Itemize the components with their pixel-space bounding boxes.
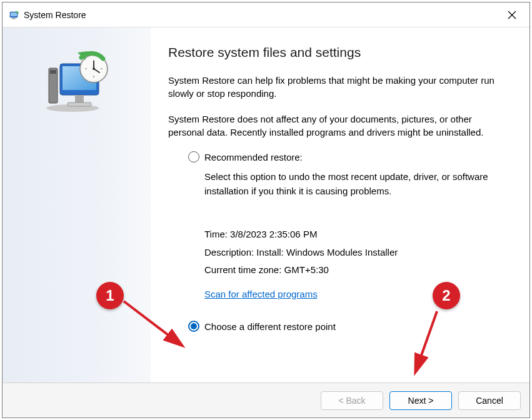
window-title: System Restore: [24, 10, 86, 20]
restore-description: Description: Install: Windows Modules In…: [204, 244, 498, 262]
restore-time: Time: 3/8/2023 2:35:06 PM: [204, 226, 498, 244]
scan-affected-link[interactable]: Scan for affected programs: [204, 286, 318, 304]
svg-rect-11: [75, 95, 84, 102]
dialog-footer: < Back Next > Cancel: [3, 382, 529, 418]
radio-selected-icon: [188, 321, 199, 332]
choose-different-option[interactable]: Choose a different restore point: [188, 321, 498, 332]
dialog-body: Restore system files and settings System…: [3, 28, 529, 382]
title-left: System Restore: [9, 9, 86, 21]
system-restore-icon: [9, 9, 20, 21]
page-heading: Restore system files and settings: [168, 45, 498, 60]
intro-paragraph-2: System Restore does not affect any of yo…: [168, 112, 498, 139]
svg-point-21: [93, 68, 95, 70]
recommended-restore-label: Recommended restore:: [204, 152, 303, 162]
next-button[interactable]: Next >: [389, 391, 452, 410]
cancel-button[interactable]: Cancel: [458, 391, 521, 410]
svg-rect-1: [11, 12, 17, 16]
titlebar: System Restore: [3, 2, 529, 28]
sidebar: [3, 28, 151, 382]
close-button[interactable]: [499, 5, 524, 25]
content-area: Restore system files and settings System…: [151, 28, 529, 382]
back-button[interactable]: < Back: [321, 391, 383, 410]
radio-unselected-icon: [188, 151, 199, 162]
intro-paragraph-1: System Restore can help fix problems tha…: [168, 74, 498, 100]
svg-rect-12: [68, 102, 91, 106]
svg-rect-8: [50, 70, 56, 74]
choose-different-label: Choose a different restore point: [204, 321, 336, 332]
svg-rect-2: [12, 18, 16, 19]
system-restore-large-icon: [43, 46, 111, 115]
restore-timezone: Current time zone: GMT+5:30: [204, 261, 498, 279]
system-restore-window: System Restore: [2, 2, 530, 418]
close-icon: [508, 11, 516, 19]
restore-details: Time: 3/8/2023 2:35:06 PM Description: I…: [204, 226, 498, 303]
recommended-restore-option[interactable]: Recommended restore:: [188, 151, 498, 162]
restore-options: Recommended restore: Select this option …: [188, 151, 498, 332]
recommended-restore-desc: Select this option to undo the most rece…: [204, 170, 498, 198]
